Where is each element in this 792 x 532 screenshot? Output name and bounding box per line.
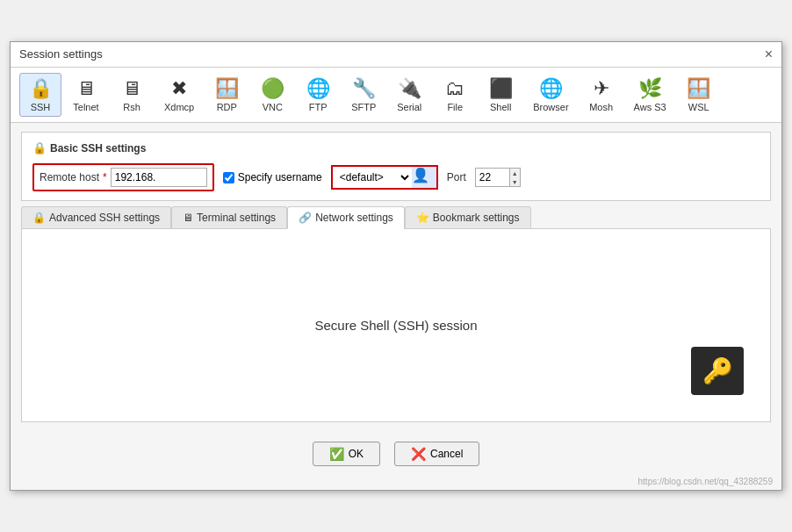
remote-host-field-border: Remote host * bbox=[32, 163, 214, 191]
ssh-proto-icon: 🔒 bbox=[29, 77, 53, 100]
ftp-proto-label: FTP bbox=[309, 102, 328, 112]
required-marker: * bbox=[103, 171, 107, 183]
close-button[interactable]: × bbox=[765, 47, 773, 61]
user-icon-button[interactable]: 👤 bbox=[412, 167, 436, 188]
bookmark-subtab-label: Bookmark settings bbox=[433, 212, 520, 224]
file-proto-icon: 🗂 bbox=[445, 77, 464, 100]
browser-proto-icon: 🌐 bbox=[539, 77, 563, 100]
button-row: ✅ OK ❌ Cancel bbox=[11, 431, 781, 475]
port-down-button[interactable]: ▼ bbox=[510, 177, 520, 186]
mosh-proto-icon: ✈ bbox=[594, 77, 609, 100]
proto-tab-xdmcp[interactable]: ✖Xdmcp bbox=[156, 73, 202, 117]
port-label: Port bbox=[447, 171, 466, 183]
wsl-proto-label: WSL bbox=[688, 102, 709, 112]
serial-proto-icon: 🔌 bbox=[398, 77, 421, 100]
section-icon: 🔒 bbox=[32, 141, 47, 155]
proto-tab-rdp[interactable]: 🪟RDP bbox=[205, 73, 248, 117]
remote-host-label: Remote host bbox=[40, 171, 99, 183]
protocol-bar: 🔒SSH🖥Telnet🖥Rsh✖Xdmcp🪟RDP🟢VNC🌐FTP🔧SFTP🔌S… bbox=[11, 68, 781, 123]
telnet-proto-label: Telnet bbox=[73, 102, 98, 112]
proto-tab-awss3[interactable]: 🌿Aws S3 bbox=[626, 73, 674, 117]
sub-tab-network[interactable]: 🔗Network settings bbox=[287, 206, 405, 229]
ftp-proto-icon: 🌐 bbox=[306, 77, 330, 100]
proto-tab-file[interactable]: 🗂File bbox=[434, 73, 476, 117]
shell-proto-icon: ⬛ bbox=[489, 77, 513, 100]
sub-tab-bookmark[interactable]: ⭐Bookmark settings bbox=[405, 206, 531, 228]
rsh-proto-icon: 🖥 bbox=[122, 77, 141, 100]
specify-username-checkbox[interactable] bbox=[223, 172, 234, 183]
sftp-proto-label: SFTP bbox=[351, 102, 376, 112]
network-subtab-icon: 🔗 bbox=[299, 212, 312, 224]
ssh-proto-label: SSH bbox=[31, 102, 51, 112]
port-spinner: ▲ ▼ bbox=[510, 168, 521, 187]
shell-proto-label: Shell bbox=[490, 102, 511, 112]
proto-tab-wsl[interactable]: 🪟WSL bbox=[678, 73, 720, 117]
proto-tab-serial[interactable]: 🔌Serial bbox=[388, 73, 430, 117]
proto-tab-vnc[interactable]: 🟢VNC bbox=[251, 73, 293, 117]
sub-tab-advanced-ssh[interactable]: 🔒Advanced SSH settings bbox=[21, 206, 171, 228]
key-icon-box: 🔑 bbox=[691, 347, 744, 395]
advanced-ssh-subtab-icon: 🔒 bbox=[32, 212, 46, 224]
proto-tab-ftp[interactable]: 🌐FTP bbox=[297, 73, 339, 117]
proto-tab-shell[interactable]: ⬛Shell bbox=[479, 73, 522, 117]
title-bar: Session settings × bbox=[11, 42, 781, 68]
key-icon: 🔑 bbox=[702, 356, 733, 385]
rdp-proto-label: RDP bbox=[217, 102, 237, 112]
remote-host-input[interactable] bbox=[111, 168, 207, 187]
proto-tab-sftp[interactable]: 🔧SFTP bbox=[342, 73, 385, 117]
cancel-icon: ❌ bbox=[411, 447, 426, 461]
section-label: 🔒 Basic SSH settings bbox=[32, 141, 760, 155]
session-text: Secure Shell (SSH) session bbox=[314, 318, 477, 333]
vnc-proto-icon: 🟢 bbox=[261, 77, 284, 100]
username-select[interactable]: <default> bbox=[333, 167, 412, 188]
wsl-proto-icon: 🪟 bbox=[687, 77, 710, 100]
port-input[interactable] bbox=[475, 168, 510, 187]
sub-tab-terminal[interactable]: 🖥Terminal settings bbox=[171, 206, 287, 228]
sftp-proto-icon: 🔧 bbox=[352, 77, 376, 100]
port-up-button[interactable]: ▲ bbox=[510, 169, 520, 177]
network-subtab-label: Network settings bbox=[315, 212, 393, 224]
sub-tabs-bar: 🔒Advanced SSH settings🖥Terminal settings… bbox=[21, 206, 771, 229]
proto-tab-mosh[interactable]: ✈Mosh bbox=[580, 73, 623, 117]
awss3-proto-icon: 🌿 bbox=[638, 77, 662, 100]
watermark: https://blog.csdn.net/qq_43288259 bbox=[11, 475, 781, 490]
port-input-wrap: ▲ ▼ bbox=[475, 168, 521, 187]
rdp-proto-icon: 🪟 bbox=[215, 77, 239, 100]
cancel-button[interactable]: ❌ Cancel bbox=[394, 442, 479, 466]
mosh-proto-label: Mosh bbox=[589, 102, 613, 112]
file-proto-label: File bbox=[447, 102, 463, 112]
serial-proto-label: Serial bbox=[397, 102, 421, 112]
advanced-ssh-subtab-label: Advanced SSH settings bbox=[49, 212, 160, 224]
terminal-subtab-label: Terminal settings bbox=[197, 212, 276, 224]
ok-icon: ✅ bbox=[329, 447, 344, 461]
xdmcp-proto-label: Xdmcp bbox=[164, 102, 194, 112]
window-title: Session settings bbox=[19, 47, 103, 61]
content-area: Secure Shell (SSH) session 🔑 bbox=[21, 229, 771, 422]
browser-proto-label: Browser bbox=[533, 102, 568, 112]
username-field-border: <default> 👤 bbox=[331, 165, 438, 190]
vnc-proto-label: VNC bbox=[263, 102, 283, 112]
proto-tab-ssh[interactable]: 🔒SSH bbox=[19, 73, 61, 117]
cancel-label: Cancel bbox=[430, 448, 463, 460]
ok-label: OK bbox=[349, 448, 364, 460]
session-settings-window: Session settings × 🔒SSH🖥Telnet🖥Rsh✖Xdmcp… bbox=[10, 41, 782, 491]
specify-username-label[interactable]: Specify username bbox=[223, 171, 322, 183]
basic-ssh-section: 🔒 Basic SSH settings Remote host * Speci… bbox=[21, 132, 771, 201]
xdmcp-proto-icon: ✖ bbox=[171, 77, 187, 100]
ok-button[interactable]: ✅ OK bbox=[313, 442, 380, 466]
proto-tab-rsh[interactable]: 🖥Rsh bbox=[111, 73, 153, 117]
telnet-proto-icon: 🖥 bbox=[76, 77, 96, 100]
awss3-proto-label: Aws S3 bbox=[634, 102, 666, 112]
terminal-subtab-icon: 🖥 bbox=[183, 212, 193, 224]
bookmark-subtab-icon: ⭐ bbox=[416, 212, 429, 224]
rsh-proto-label: Rsh bbox=[123, 102, 140, 112]
proto-tab-telnet[interactable]: 🖥Telnet bbox=[65, 73, 107, 117]
proto-tab-browser[interactable]: 🌐Browser bbox=[525, 73, 576, 117]
ssh-fields-row: Remote host * Specify username <default>… bbox=[32, 163, 760, 191]
